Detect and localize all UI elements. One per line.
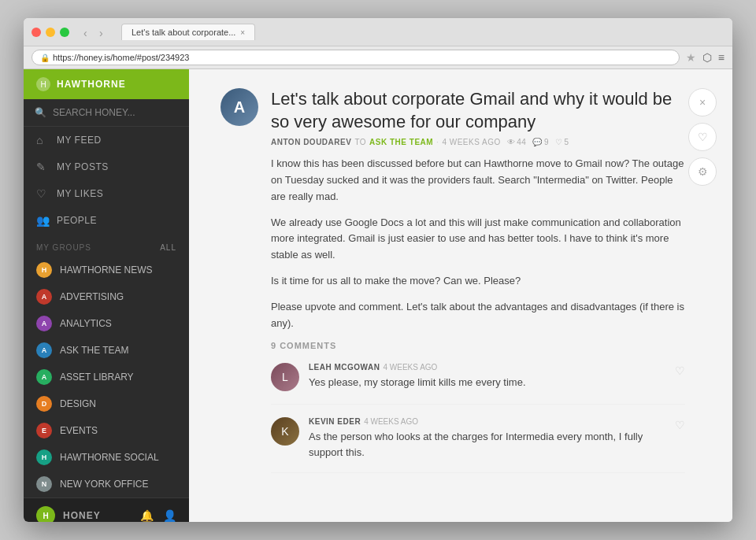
url-text: https://honey.is/home/#post/234923 xyxy=(53,53,189,62)
home-icon: ⌂ xyxy=(36,134,49,146)
group-avatar: A xyxy=(36,316,52,331)
group-avatar: A xyxy=(36,289,52,305)
post-author-name: ANTON DOUDAREV xyxy=(271,138,351,146)
sidebar-group-events[interactable]: E EVENTS xyxy=(24,417,189,444)
sidebar-group-hawthorne-social[interactable]: H HAWTHORNE SOCIAL xyxy=(24,444,189,471)
views-count: 44 xyxy=(517,138,526,146)
close-post-button[interactable]: × xyxy=(688,88,717,117)
group-label: ADVERTISING xyxy=(60,291,124,302)
post-paragraph-4: Please upvote and comment. Let's talk ab… xyxy=(271,299,685,332)
sidebar-header[interactable]: H HAWTHORNE xyxy=(24,69,189,99)
post-meta: ANTON DOUDAREV TO ASK THE TEAM · 4 WEEKS… xyxy=(271,138,685,146)
post-author-avatar: A xyxy=(220,88,258,126)
user-profile-icon[interactable]: 👤 xyxy=(163,509,176,522)
sidebar: H HAWTHORNE 🔍 SEARCH HONEY... ⌂ MY FEED … xyxy=(24,69,189,522)
comment-text: Yes please, my storage limit kills me ev… xyxy=(309,375,665,390)
heart-nav-icon: ♡ xyxy=(36,187,49,200)
post-to-label: TO xyxy=(354,138,366,146)
comments-header: 9 COMMENTS xyxy=(271,341,685,350)
comment-item: K KEVIN EDER 4 WEEKS AGO As the person w… xyxy=(271,417,685,473)
post-body: I know this has been discussed before bu… xyxy=(271,156,685,331)
likes-icon: ♡ xyxy=(555,138,563,146)
group-avatar: N xyxy=(36,476,52,492)
comments-count: 9 xyxy=(544,138,549,146)
groups-all-link[interactable]: ALL xyxy=(160,243,176,252)
extensions-icon[interactable]: ⬡ xyxy=(702,51,712,64)
comment-item: L LEAH MCGOWAN 4 WEEKS AGO Yes please, m… xyxy=(271,363,685,405)
close-icon: × xyxy=(699,96,706,109)
post-paragraph-1: I know this has been discussed before bu… xyxy=(271,156,685,205)
browser-menu-icons: ⬡ ≡ xyxy=(702,51,724,64)
browser-tab[interactable]: Let's talk about corporate... × xyxy=(121,24,255,40)
comment-content: LEAH MCGOWAN 4 WEEKS AGO Yes please, my … xyxy=(309,363,665,391)
forward-arrow[interactable]: › xyxy=(99,27,110,38)
sidebar-group-hawthorne-news[interactable]: H HAWTHORNE NEWS xyxy=(24,257,189,283)
browser-minimize-button[interactable] xyxy=(46,28,55,37)
honey-logo: H xyxy=(36,506,55,522)
sidebar-item-my-feed[interactable]: ⌂ MY FEED xyxy=(24,127,189,153)
app-name: HONEY xyxy=(63,510,132,521)
post-header: A Let's talk about corporate Gmail and w… xyxy=(220,88,685,146)
sidebar-group-analytics[interactable]: A ANALYTICS xyxy=(24,310,189,337)
group-label: ASK THE TEAM xyxy=(60,345,129,356)
sidebar-item-people[interactable]: 👥 PEOPLE xyxy=(24,207,189,234)
group-avatar: D xyxy=(36,396,52,412)
browser-maximize-button[interactable] xyxy=(60,28,69,37)
comment-content: KEVIN EDER 4 WEEKS AGO As the person who… xyxy=(309,417,665,460)
sidebar-item-my-likes[interactable]: ♡ MY LIKES xyxy=(24,180,189,207)
sidebar-workspace-title: HAWTHORNE xyxy=(57,79,126,90)
hamburger-menu-icon[interactable]: ≡ xyxy=(718,51,724,64)
browser-window: ‹ › Let's talk about corporate... × 🔒 ht… xyxy=(24,18,732,522)
main-content: × ♡ ⚙ A Let's talk about corporate Gmail… xyxy=(189,69,732,522)
settings-post-button[interactable]: ⚙ xyxy=(688,157,717,186)
comment-like-button[interactable]: ♡ xyxy=(675,417,685,431)
footer-icons: 🔔 👤 xyxy=(140,509,176,522)
tab-close-button[interactable]: × xyxy=(240,28,245,37)
sidebar-item-label: MY LIKES xyxy=(57,188,103,199)
sidebar-group-ask-the-team[interactable]: A ASK THE TEAM xyxy=(24,337,189,364)
bookmark-icon[interactable]: ★ xyxy=(686,51,696,64)
sidebar-item-my-posts[interactable]: ✎ MY POSTS xyxy=(24,153,189,180)
back-arrow[interactable]: ‹ xyxy=(83,27,94,38)
group-label: HAWTHORNE NEWS xyxy=(60,264,153,276)
comments-section: 9 COMMENTS L LEAH MCGOWAN 4 WEEKS AGO Ye… xyxy=(271,341,685,473)
browser-navigation: ‹ › xyxy=(83,27,110,38)
comment-text: As the person who looks at the charges f… xyxy=(309,429,665,460)
sidebar-footer: H HONEY 🔔 👤 xyxy=(24,497,189,522)
views-stat: 👁 44 xyxy=(507,138,527,146)
search-label: SEARCH HONEY... xyxy=(53,107,135,118)
sidebar-group-design[interactable]: D DESIGN xyxy=(24,390,189,417)
comment-time: 4 WEEKS AGO xyxy=(383,363,437,372)
comment-author-avatar: L xyxy=(271,363,299,391)
sidebar-group-asset-library[interactable]: A ASSET LIBRARY xyxy=(24,364,189,390)
comment-time: 4 WEEKS AGO xyxy=(364,417,418,426)
group-avatar: H xyxy=(36,262,52,278)
sidebar-group-new-york-office[interactable]: N NEW YORK OFFICE xyxy=(24,471,189,497)
post-title-area: Let's talk about corporate Gmail and why… xyxy=(271,88,685,146)
browser-titlebar: ‹ › Let's talk about corporate... × xyxy=(24,18,732,46)
browser-close-button[interactable] xyxy=(32,28,41,37)
notifications-icon[interactable]: 🔔 xyxy=(140,509,154,522)
group-label: NEW YORK OFFICE xyxy=(60,479,148,490)
groups-section-label: MY GROUPS ALL xyxy=(24,234,189,257)
sidebar-item-label: PEOPLE xyxy=(57,215,97,226)
comment-like-button[interactable]: ♡ xyxy=(675,363,685,377)
people-icon: 👥 xyxy=(36,214,49,227)
likes-count: 5 xyxy=(565,138,569,146)
tab-title: Let's talk about corporate... xyxy=(132,28,235,37)
like-post-button[interactable]: ♡ xyxy=(688,123,717,151)
comments-stat: 💬 9 xyxy=(532,138,549,146)
post-stats: 👁 44 💬 9 ♡ 5 xyxy=(507,138,569,146)
sidebar-group-advertising[interactable]: A ADVERTISING xyxy=(24,283,189,310)
url-input[interactable]: 🔒 https://honey.is/home/#post/234923 xyxy=(32,50,680,65)
group-avatar: A xyxy=(36,369,52,385)
comment-author-name: LEAH MCGOWAN xyxy=(309,363,380,372)
post-title: Let's talk about corporate Gmail and why… xyxy=(271,88,685,133)
sidebar-item-label: MY FEED xyxy=(57,135,102,146)
post-time-ago: 4 WEEKS AGO xyxy=(442,138,500,146)
comment-meta: KEVIN EDER 4 WEEKS AGO xyxy=(309,417,665,426)
sidebar-search[interactable]: 🔍 SEARCH HONEY... xyxy=(24,99,189,127)
gear-icon: ⚙ xyxy=(698,165,708,178)
group-label: ASSET LIBRARY xyxy=(60,372,134,383)
post-group-link[interactable]: ASK THE TEAM xyxy=(369,138,433,146)
